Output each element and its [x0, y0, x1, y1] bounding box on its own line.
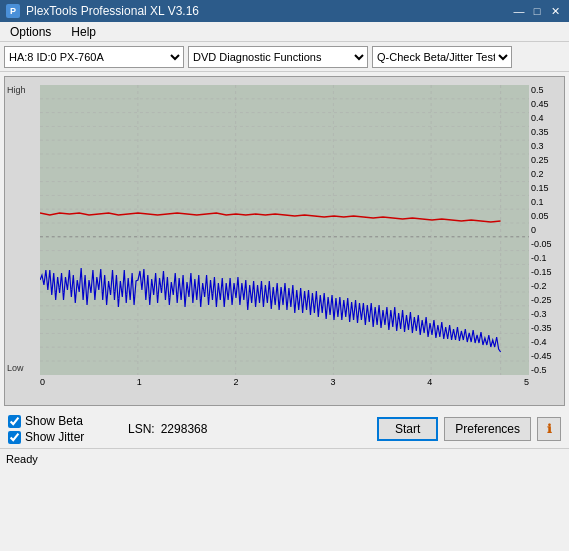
preferences-button[interactable]: Preferences — [444, 417, 531, 441]
toolbar: HA:8 ID:0 PX-760A DVD Diagnostic Functio… — [0, 42, 569, 72]
function-select[interactable]: DVD Diagnostic Functions — [188, 46, 368, 68]
title-bar: P PlexTools Professional XL V3.16 — □ ✕ — [0, 0, 569, 22]
close-button[interactable]: ✕ — [547, 3, 563, 19]
show-beta-row: Show Beta — [8, 414, 108, 428]
window-title: PlexTools Professional XL V3.16 — [26, 4, 199, 18]
menu-help[interactable]: Help — [65, 23, 102, 41]
bottom-panel: Show Beta Show Jitter LSN: 2298368 Start… — [0, 410, 569, 448]
chart-plot — [40, 85, 529, 375]
lsn-area: LSN: 2298368 — [128, 422, 207, 436]
info-button[interactable]: ℹ — [537, 417, 561, 441]
show-beta-checkbox[interactable] — [8, 415, 21, 428]
menu-bar: Options Help — [0, 22, 569, 42]
test-select[interactable]: Q-Check Beta/Jitter Test — [372, 46, 512, 68]
status-text: Ready — [6, 453, 38, 465]
app-icon: P — [6, 4, 20, 18]
status-bar: Ready — [0, 448, 569, 468]
y-axis-right: 0.5 0.45 0.4 0.35 0.3 0.25 0.2 0.15 0.1 … — [529, 85, 564, 375]
show-jitter-checkbox[interactable] — [8, 431, 21, 444]
chart-svg — [40, 85, 529, 375]
drive-select[interactable]: HA:8 ID:0 PX-760A — [4, 46, 184, 68]
chart-area: High Low 0.5 0.45 0.4 0.35 0.3 0.25 0.2 … — [4, 76, 565, 406]
lsn-value: 2298368 — [161, 422, 208, 436]
show-jitter-row: Show Jitter — [8, 430, 108, 444]
info-icon: ℹ — [547, 422, 552, 436]
show-jitter-label[interactable]: Show Jitter — [25, 430, 84, 444]
minimize-button[interactable]: — — [511, 3, 527, 19]
maximize-button[interactable]: □ — [529, 3, 545, 19]
show-beta-label[interactable]: Show Beta — [25, 414, 83, 428]
y-axis-left — [5, 85, 40, 375]
lsn-label: LSN: — [128, 422, 155, 436]
x-axis: 0 1 2 3 4 5 — [40, 375, 529, 397]
start-button[interactable]: Start — [377, 417, 438, 441]
svg-rect-0 — [40, 85, 529, 375]
menu-options[interactable]: Options — [4, 23, 57, 41]
buttons-right: Start Preferences ℹ — [377, 417, 561, 441]
checkbox-group: Show Beta Show Jitter — [8, 414, 108, 444]
window-controls: — □ ✕ — [511, 3, 563, 19]
